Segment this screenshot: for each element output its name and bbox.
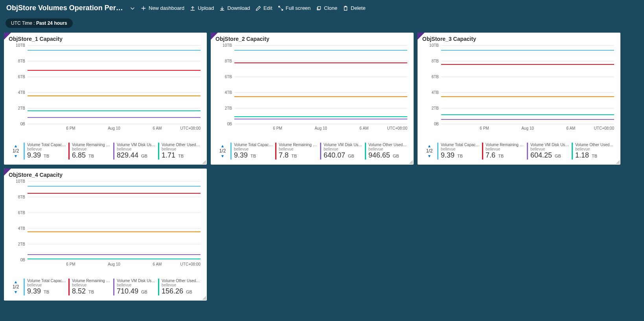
pager-up[interactable]: ▴ xyxy=(8,279,24,284)
y-tick: 8TB xyxy=(215,59,232,63)
metric-value: 604.25 GB xyxy=(530,151,569,160)
gridline xyxy=(28,244,201,244)
y-tick: 4TB xyxy=(8,226,25,231)
resize-grip[interactable] xyxy=(409,160,413,164)
gridline xyxy=(441,108,614,108)
metric-vmdisk[interactable]: Volume VM Disk Used ...bellevue829.44 GB xyxy=(113,143,158,160)
pager-down[interactable]: ▾ xyxy=(8,290,24,294)
metric-remaining[interactable]: Volume Remaining Cap...bellevue7.8 TB xyxy=(275,143,320,160)
series-line-other xyxy=(234,116,407,117)
delete-button[interactable]: Delete xyxy=(343,5,366,11)
resize-grip[interactable] xyxy=(202,160,206,164)
metric-sub: bellevue xyxy=(72,283,111,287)
metric-value: 6.85 TB xyxy=(72,151,111,160)
series-line-orange xyxy=(441,96,614,97)
y-tick: 0B xyxy=(215,122,232,126)
series-line-remaining xyxy=(234,62,407,63)
x-tick: 6 PM xyxy=(273,126,282,130)
metric-vmdisk[interactable]: Volume VM Disk Used ...bellevue640.07 GB xyxy=(320,143,365,160)
pager-index: 1/2 xyxy=(215,148,230,154)
metric-other[interactable]: Volume Other Used Ca...bellevue1.18 TB xyxy=(572,143,616,160)
series-line-other xyxy=(28,259,201,259)
metric-total[interactable]: Volume Total Capacit...bellevue9.39 TB xyxy=(230,143,275,160)
y-tick: 0B xyxy=(8,258,25,262)
pager-up[interactable]: ▴ xyxy=(215,143,230,148)
clone-button[interactable]: Clone xyxy=(316,5,337,11)
metric-label: Volume Remaining Cap... xyxy=(279,143,318,147)
gridline xyxy=(28,45,201,46)
metric-remaining[interactable]: Volume Remaining Cap...bellevue8.52 TB xyxy=(68,279,113,295)
pager-down[interactable]: ▾ xyxy=(8,154,24,158)
pager-down[interactable]: ▾ xyxy=(421,154,437,158)
chart-tile[interactable]: ObjStore_4 Capacity0B2TB4TB6TB8TB10TB6 P… xyxy=(4,169,207,301)
series-line-total xyxy=(28,50,201,51)
metric-sub: bellevue xyxy=(368,147,407,151)
metric-total[interactable]: Volume Total Capacit...bellevue9.39 TB xyxy=(24,279,68,295)
metric-value: 9.39 TB xyxy=(234,151,273,160)
pager-index: 1/2 xyxy=(8,284,24,290)
series-line-vmdisk xyxy=(28,254,201,255)
download-button[interactable]: Download xyxy=(219,5,250,11)
filter-badge[interactable] xyxy=(211,33,218,40)
filter-badge[interactable] xyxy=(418,33,425,40)
metric-label: Volume VM Disk Used ... xyxy=(117,279,156,283)
metric-sub: bellevue xyxy=(27,283,66,287)
chart-tile[interactable]: ObjStore_2 Capacity0B2TB4TB6TB8TB10TB6 P… xyxy=(211,33,414,165)
metric-vmdisk[interactable]: Volume VM Disk Used ...bellevue604.25 GB xyxy=(527,143,572,160)
metric-other[interactable]: Volume Other Used Ca...bellevue1.71 TB xyxy=(158,143,203,160)
pager-down[interactable]: ▾ xyxy=(215,154,230,158)
download-icon xyxy=(219,6,225,11)
new-dashboard-button[interactable]: New dashboard xyxy=(141,5,184,11)
metric-vmdisk[interactable]: Volume VM Disk Used ...bellevue710.49 GB xyxy=(113,279,158,295)
gridline xyxy=(234,124,407,124)
metric-sub: bellevue xyxy=(324,147,362,151)
dashboard-toolbar: ObjStore Volumes Operation Perfo... New … xyxy=(0,0,644,16)
gridline xyxy=(234,61,407,61)
metric-other[interactable]: Volume Other Used Ca...bellevue156.26 GB xyxy=(158,279,203,295)
tile-footer: ▴1/2▾Volume Total Capacit...bellevue9.39… xyxy=(8,139,203,162)
metric-other[interactable]: Volume Other Used Ca...bellevue946.65 GB xyxy=(365,143,410,160)
tile-title: ObjStore_2 Capacity xyxy=(211,33,414,44)
y-tick: 4TB xyxy=(8,90,25,95)
chart-area: 0B2TB4TB6TB8TB10TB6 PMAug 106 AMUTC+08:0… xyxy=(8,45,203,138)
series-line-total xyxy=(234,50,407,51)
metric-label: Volume Total Capacit... xyxy=(234,143,273,147)
gridline xyxy=(28,228,201,229)
y-tick: 10TB xyxy=(8,179,25,183)
filter-badge[interactable] xyxy=(4,169,11,176)
gridline xyxy=(234,45,407,46)
chart-tile[interactable]: ObjStore_3 Capacity0B2TB4TB6TB8TB10TB6 P… xyxy=(418,33,620,165)
resize-grip[interactable] xyxy=(202,296,206,300)
series-line-other xyxy=(28,110,201,111)
gridline xyxy=(28,213,201,213)
metric-value: 829.44 GB xyxy=(117,151,156,160)
metric-total[interactable]: Volume Total Capacit...bellevue9.39 TB xyxy=(437,143,482,160)
pager-up[interactable]: ▴ xyxy=(8,143,24,148)
x-tick: Aug 10 xyxy=(108,126,120,130)
tile-footer: ▴1/2▾Volume Total Capacit...bellevue9.39… xyxy=(421,139,616,162)
pager-up[interactable]: ▴ xyxy=(421,143,437,148)
y-tick: 10TB xyxy=(421,43,439,48)
metric-label: Volume Total Capacit... xyxy=(27,279,66,283)
y-tick: 10TB xyxy=(215,43,232,48)
x-tick: Aug 10 xyxy=(108,262,120,266)
filter-badge[interactable] xyxy=(4,33,11,40)
metric-remaining[interactable]: Volume Remaining Cap...bellevue6.85 TB xyxy=(68,143,113,160)
metric-total[interactable]: Volume Total Capacit...bellevue9.39 TB xyxy=(24,143,68,160)
time-range-pill[interactable]: UTC Time : Past 24 hours xyxy=(6,18,73,28)
time-range-value: Past 24 hours xyxy=(36,20,67,26)
timezone-label: UTC+08:00 xyxy=(180,262,201,266)
tile-title: ObjStore_4 Capacity xyxy=(4,169,207,180)
metric-remaining[interactable]: Volume Remaining Cap...bellevue7.6 TB xyxy=(482,143,527,160)
metric-value: 7.6 TB xyxy=(486,151,524,160)
resize-grip[interactable] xyxy=(616,160,620,164)
edit-label: Edit xyxy=(263,5,272,11)
tile-footer: ▴1/2▾Volume Total Capacit...bellevue9.39… xyxy=(215,139,410,162)
edit-button[interactable]: Edit xyxy=(256,5,272,11)
full-screen-button[interactable]: Full screen xyxy=(278,5,311,11)
metric-pager: ▴1/2▾ xyxy=(8,143,24,158)
dashboard-dropdown[interactable] xyxy=(130,6,135,11)
upload-button[interactable]: Upload xyxy=(190,5,214,11)
chart-tile[interactable]: ObjStore_1 Capacity0B2TB4TB6TB8TB10TB6 P… xyxy=(4,33,207,165)
series-line-total xyxy=(28,186,201,187)
